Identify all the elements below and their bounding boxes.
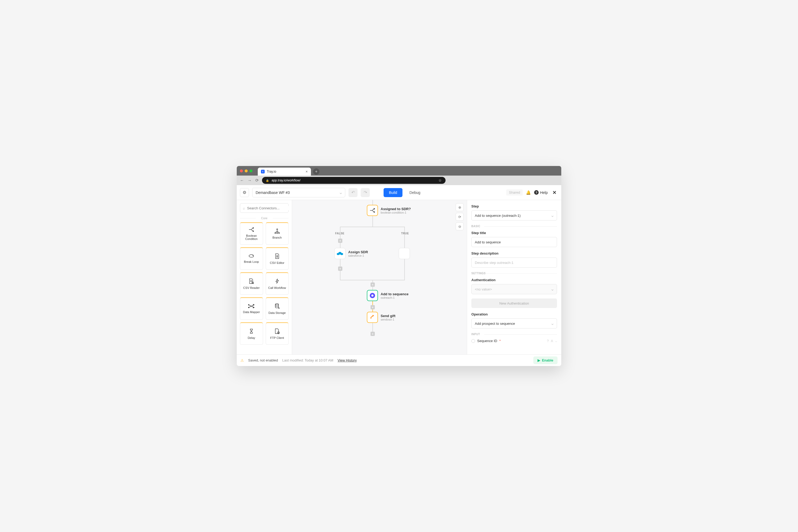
zoom-reset-button[interactable]: ⟳ — [456, 213, 464, 221]
svg-point-6 — [248, 307, 249, 308]
toolbar-right: Shared 🔔 ? Help ✕ — [506, 189, 558, 196]
maximize-window[interactable] — [249, 169, 252, 172]
browser-url-bar: ← → ⟳ 🔒 app.tray.io/workflow/ ☆ — [237, 175, 561, 185]
close-tab-icon[interactable]: × — [306, 169, 308, 174]
connector-csv-reader[interactable]: CSV Reader — [240, 272, 263, 295]
connector-label: Call Workflow — [268, 286, 286, 289]
connector-branch[interactable]: Branch — [266, 222, 289, 245]
sendoso-icon — [367, 312, 378, 323]
node-assign-sdr[interactable]: Assign SDRsalesforce-1 — [334, 248, 368, 259]
add-step-button[interactable]: + — [370, 332, 375, 336]
forward-icon[interactable]: → — [248, 178, 252, 183]
new-auth-button[interactable]: New Authentication — [471, 299, 557, 308]
redo-icon: ↷ — [364, 190, 367, 195]
connector-line — [373, 216, 373, 227]
operation-value: Add prospect to sequence — [475, 322, 515, 326]
true-label: TRUE — [401, 232, 409, 235]
connector-line — [373, 200, 373, 205]
input-section: INPUT — [471, 333, 557, 336]
chevron-down-icon: ⌵ — [551, 287, 554, 291]
step-title-input[interactable] — [471, 237, 557, 247]
svg-point-1 — [275, 232, 276, 233]
node-send-gift[interactable]: Send giftsendoso-1 — [367, 312, 396, 323]
bookmark-icon[interactable]: ☆ — [438, 178, 442, 183]
chevron-down-icon[interactable]: ⌵ — [555, 339, 557, 343]
url-field[interactable]: 🔒 app.tray.io/workflow/ ☆ — [262, 177, 445, 184]
step-desc-input[interactable] — [471, 258, 557, 268]
connector-sidebar: ⌕ Core Boolean Condition Branch Break Lo… — [237, 200, 292, 354]
saved-status: Saved, not enabled — [248, 358, 278, 362]
favicon: t — [261, 170, 265, 173]
svg-point-0 — [277, 229, 278, 230]
auth-value: <no value> — [475, 287, 492, 291]
last-modified: Last modified: Today at 10:07 AM — [282, 358, 333, 362]
gear-icon: ⚙ — [243, 190, 246, 195]
new-tab-button[interactable]: + — [313, 168, 320, 175]
debug-tab[interactable]: Debug — [404, 188, 425, 197]
back-icon[interactable]: ← — [240, 178, 244, 183]
auth-select[interactable]: <no value> ⌵ — [471, 284, 557, 294]
search-icon: ⌕ — [243, 206, 245, 210]
connector-ftp-client[interactable]: FTP Client — [266, 322, 289, 345]
node-empty[interactable] — [399, 248, 410, 259]
chevron-down-icon: ⌵ — [551, 322, 554, 326]
tab-title: Tray.io — [267, 170, 276, 173]
connector-break-loop[interactable]: Break Loop — [240, 247, 263, 270]
connector-boolean-condition[interactable]: Boolean Condition — [240, 222, 263, 245]
help-field-icon[interactable]: ? — [547, 339, 549, 343]
chevron-down-icon: ⌵ — [340, 190, 342, 195]
redo-button[interactable]: ↷ — [361, 188, 370, 197]
reload-icon[interactable]: ⟳ — [255, 178, 259, 183]
workflow-canvas[interactable]: ⊕ ⟳ ⊖ Assigned to SDR?boolean-condition-… — [292, 200, 467, 354]
node-add-sequence[interactable]: Add to sequenceoutreach-1 — [367, 290, 408, 301]
bell-icon[interactable]: 🔔 — [526, 190, 531, 195]
zoom-out-button[interactable]: ⊖ — [456, 222, 464, 230]
help-button[interactable]: ? Help — [534, 190, 548, 195]
connector-delay[interactable]: Delay — [240, 322, 263, 345]
zoom-in-button[interactable]: ⊕ — [456, 203, 464, 211]
radio-icon[interactable] — [471, 339, 475, 343]
connector-data-storage[interactable]: Data Storage — [266, 298, 289, 320]
operation-select[interactable]: Add prospect to sequence ⌵ — [471, 318, 557, 328]
sequence-id-label: Sequence ID — [477, 339, 497, 343]
step-select[interactable]: Add to sequence (outreach-1) ⌵ — [471, 210, 557, 221]
search-connectors[interactable]: ⌕ — [240, 203, 289, 213]
connector-label: FTP Client — [270, 336, 284, 339]
search-input[interactable] — [247, 206, 292, 210]
url-text: app.tray.io/workflow/ — [271, 178, 301, 182]
connector-data-mapper[interactable]: Data Mapper — [240, 298, 263, 320]
outreach-icon — [367, 290, 378, 301]
add-step-button[interactable]: + — [338, 267, 342, 271]
close-panel-icon[interactable]: ✕ — [551, 189, 558, 196]
settings-button[interactable]: ⚙ — [240, 188, 249, 197]
mode-toggle: Build Debug — [384, 188, 425, 197]
browser-tab[interactable]: t Tray.io × — [258, 168, 311, 175]
play-icon: ▶ — [537, 358, 540, 362]
sequence-id-row[interactable]: Sequence ID* ? A ⌵ — [471, 339, 557, 343]
build-tab[interactable]: Build — [384, 188, 402, 197]
workflow-name: Demandbase WF #3 — [255, 190, 290, 195]
undo-icon: ↶ — [352, 190, 355, 195]
auth-label: Authentication — [471, 278, 557, 282]
connector-line — [404, 259, 405, 280]
add-step-button[interactable]: + — [370, 283, 375, 287]
minimize-window[interactable] — [245, 169, 248, 172]
close-window[interactable] — [240, 169, 243, 172]
undo-button[interactable]: ↶ — [348, 188, 358, 197]
core-section-label: Core — [240, 216, 289, 220]
add-step-button[interactable]: + — [370, 305, 375, 309]
step-title-label: Step title — [471, 231, 557, 235]
connector-csv-editor[interactable]: CSV Editor — [266, 247, 289, 270]
add-step-button[interactable]: + — [338, 239, 342, 243]
enable-button[interactable]: ▶ Enable — [533, 357, 557, 364]
workflow-select[interactable]: Demandbase WF #3 ⌵ — [252, 188, 345, 197]
view-history-link[interactable]: View History — [338, 358, 357, 362]
connector-call-workflow[interactable]: Call Workflow — [266, 272, 289, 295]
type-icon[interactable]: A — [551, 339, 553, 343]
connector-grid: Boolean Condition Branch Break Loop CSV … — [240, 222, 289, 345]
node-subtitle: salesforce-1 — [348, 254, 368, 257]
node-boolean[interactable]: Assigned to SDR?boolean-condition-1 — [367, 205, 411, 216]
basic-section: BASIC — [471, 225, 557, 228]
salesforce-icon — [334, 248, 345, 259]
warning-icon: ⚠ — [241, 358, 244, 363]
